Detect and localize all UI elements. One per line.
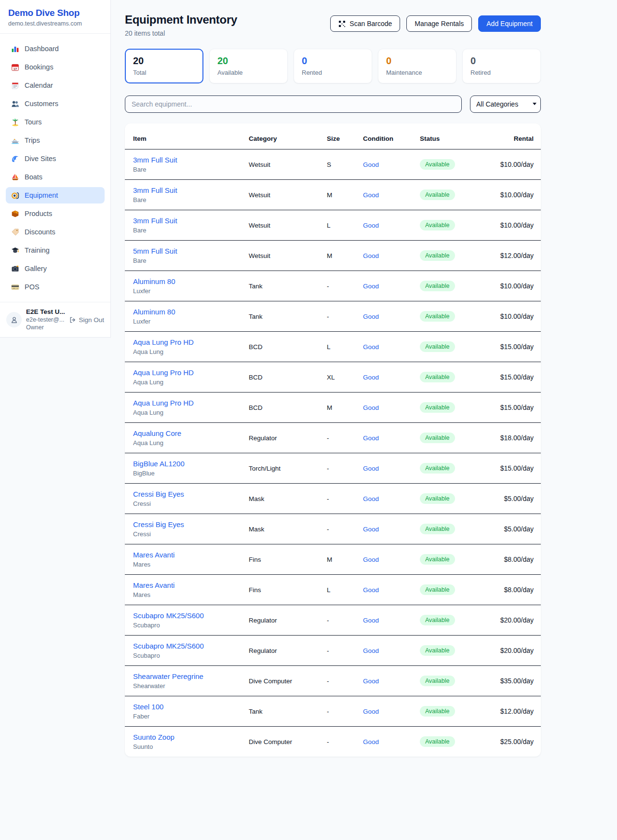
sidebar-item-customers[interactable]: Customers [6, 95, 105, 112]
bar-chart-icon [11, 44, 19, 53]
stat-card-total[interactable]: 20 Total [125, 49, 203, 83]
item-name-link[interactable]: Suunto Zoop [133, 733, 241, 741]
table-row[interactable]: Aqua Lung Pro HD Aqua Lung BCD M Good Av… [125, 393, 541, 423]
condition-link[interactable]: Good [363, 617, 379, 624]
item-category: Tank [245, 271, 323, 301]
sidebar-item-label: Dive Sites [25, 155, 56, 163]
item-name-link[interactable]: Aqualung Core [133, 429, 241, 437]
sidebar-header: Demo Dive Shop demo.test.divestreams.com [0, 0, 110, 34]
table-row[interactable]: Aqua Lung Pro HD Aqua Lung BCD L Good Av… [125, 332, 541, 362]
condition-link[interactable]: Good [363, 465, 379, 472]
table-row[interactable]: Steel 100 Faber Tank - Good Available $1… [125, 696, 541, 727]
table-row[interactable]: 3mm Full Suit Bare Wetsuit S Good Availa… [125, 149, 541, 180]
sidebar-item-trips[interactable]: Trips [6, 132, 105, 149]
item-name-link[interactable]: 5mm Full Suit [133, 247, 241, 255]
condition-link[interactable]: Good [363, 647, 379, 654]
sidebar-item-dashboard[interactable]: Dashboard [6, 41, 105, 57]
table-row[interactable]: Suunto Zoop Suunto Dive Computer - Good … [125, 727, 541, 757]
sidebar-item-boats[interactable]: Boats [6, 169, 105, 185]
item-name-link[interactable]: Aqua Lung Pro HD [133, 338, 241, 346]
condition-link[interactable]: Good [363, 283, 379, 290]
item-name-link[interactable]: Cressi Big Eyes [133, 490, 241, 498]
brand-title[interactable]: Demo Dive Shop [8, 8, 102, 18]
condition-link[interactable]: Good [363, 161, 379, 168]
condition-link[interactable]: Good [363, 526, 379, 533]
table-row[interactable]: Aqualung Core Aqua Lung Regulator - Good… [125, 423, 541, 453]
table-row[interactable]: Cressi Big Eyes Cressi Mask - Good Avail… [125, 484, 541, 514]
sidebar-item-tours[interactable]: Tours [6, 114, 105, 130]
item-name-link[interactable]: Aqua Lung Pro HD [133, 368, 241, 377]
condition-link[interactable]: Good [363, 586, 379, 594]
sidebar-item-equipment[interactable]: Equipment [6, 187, 105, 203]
stat-card-retired[interactable]: 0 Retired [462, 49, 541, 83]
condition-link[interactable]: Good [363, 252, 379, 259]
condition-link[interactable]: Good [363, 222, 379, 229]
manage-rentals-button[interactable]: Manage Rentals [406, 15, 472, 32]
item-name-link[interactable]: 3mm Full Suit [133, 217, 241, 225]
item-name-link[interactable]: Aluminum 80 [133, 277, 241, 285]
table-row[interactable]: 5mm Full Suit Bare Wetsuit M Good Availa… [125, 241, 541, 271]
item-name-link[interactable]: Shearwater Peregrine [133, 672, 241, 680]
condition-link[interactable]: Good [363, 374, 379, 381]
table-row[interactable]: Cressi Big Eyes Cressi Mask - Good Avail… [125, 514, 541, 544]
item-name-link[interactable]: BigBlue AL1200 [133, 460, 241, 468]
sidebar-item-calendar[interactable]: Calendar [6, 77, 105, 94]
item-name-link[interactable]: 3mm Full Suit [133, 156, 241, 164]
sidebar-item-discounts[interactable]: Discounts [6, 224, 105, 240]
item-name-link[interactable]: Aluminum 80 [133, 308, 241, 316]
condition-link[interactable]: Good [363, 191, 379, 199]
item-rental: $15.00/day [496, 362, 541, 393]
sidebar-item-dive-sites[interactable]: Dive Sites [6, 150, 105, 167]
item-name-link[interactable]: Mares Avanti [133, 581, 241, 589]
table-row[interactable]: Aqua Lung Pro HD Aqua Lung BCD XL Good A… [125, 362, 541, 393]
sidebar-item-label: Dashboard [25, 45, 59, 53]
sidebar-item-gallery[interactable]: Gallery [6, 260, 105, 277]
condition-link[interactable]: Good [363, 404, 379, 411]
table-row[interactable]: Scubapro MK25/S600 Scubapro Regulator - … [125, 636, 541, 666]
item-name-link[interactable]: Mares Avanti [133, 551, 241, 559]
search-input[interactable] [125, 95, 462, 113]
item-name-link[interactable]: Aqua Lung Pro HD [133, 399, 241, 407]
sidebar-item-label: Tours [25, 118, 41, 126]
table-row[interactable]: Aluminum 80 Luxfer Tank - Good Available… [125, 271, 541, 301]
table-row[interactable]: 3mm Full Suit Bare Wetsuit M Good Availa… [125, 180, 541, 210]
condition-link[interactable]: Good [363, 343, 379, 351]
sidebar-item-pos[interactable]: POS [6, 279, 105, 295]
condition-link[interactable]: Good [363, 434, 379, 442]
stat-card-available[interactable]: 20 Available [209, 49, 288, 83]
sidebar-item-training[interactable]: Training [6, 242, 105, 258]
condition-link[interactable]: Good [363, 738, 379, 745]
condition-link[interactable]: Good [363, 677, 379, 685]
item-name-link[interactable]: Cressi Big Eyes [133, 520, 241, 528]
stat-card-maintenance[interactable]: 0 Maintenance [378, 49, 456, 83]
condition-link[interactable]: Good [363, 708, 379, 715]
table-row[interactable]: Mares Avanti Mares Fins M Good Available… [125, 544, 541, 575]
stat-value: 0 [470, 55, 533, 67]
scan-barcode-button[interactable]: Scan Barcode [330, 15, 400, 32]
sign-out-button[interactable]: Sign Out [69, 316, 104, 324]
stat-card-rented[interactable]: 0 Rented [294, 49, 372, 83]
table-row[interactable]: Aluminum 80 Luxfer Tank - Good Available… [125, 301, 541, 332]
table-row[interactable]: BigBlue AL1200 BigBlue Torch/Light - Goo… [125, 453, 541, 484]
sidebar-item-bookings[interactable]: 17 Bookings [6, 59, 105, 75]
column-rental: Rental [496, 123, 541, 149]
table-row[interactable]: 3mm Full Suit Bare Wetsuit L Good Availa… [125, 210, 541, 241]
item-size: L [323, 332, 359, 362]
table-row[interactable]: Shearwater Peregrine Shearwater Dive Com… [125, 666, 541, 696]
item-name-link[interactable]: Scubapro MK25/S600 [133, 611, 241, 620]
condition-link[interactable]: Good [363, 556, 379, 563]
item-name-link[interactable]: Scubapro MK25/S600 [133, 642, 241, 650]
table-row[interactable]: Scubapro MK25/S600 Scubapro Regulator - … [125, 605, 541, 636]
sidebar-item-products[interactable]: Products [6, 205, 105, 222]
item-name-link[interactable]: Steel 100 [133, 703, 241, 711]
stat-label: Maintenance [386, 69, 448, 76]
column-status: Status [416, 123, 496, 149]
item-rental: $12.00/day [496, 241, 541, 271]
status-badge: Available [420, 220, 455, 230]
item-name-link[interactable]: 3mm Full Suit [133, 186, 241, 194]
table-row[interactable]: Mares Avanti Mares Fins L Good Available… [125, 575, 541, 605]
add-equipment-button[interactable]: Add Equipment [478, 15, 541, 32]
condition-link[interactable]: Good [363, 495, 379, 502]
condition-link[interactable]: Good [363, 313, 379, 320]
category-select[interactable]: All Categories [470, 95, 541, 113]
